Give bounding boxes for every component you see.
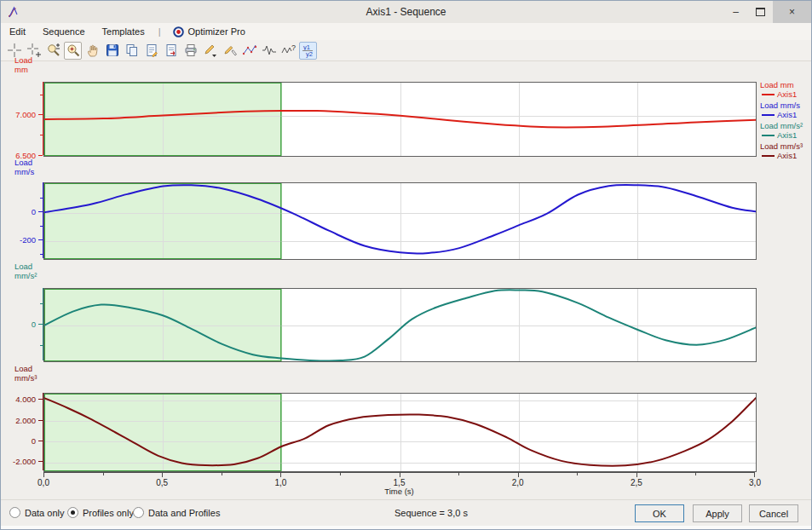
axis-title-line: Load xyxy=(14,364,54,373)
chart-1-y-axis: 0-200 xyxy=(1,182,43,258)
menu-optimizer-pro[interactable]: Optimizer Pro xyxy=(166,25,252,39)
minimize-button[interactable]: – xyxy=(723,1,748,23)
x-tick-minor xyxy=(695,473,696,475)
y-axis-line xyxy=(43,288,43,360)
menu-edit[interactable]: Edit xyxy=(1,25,34,38)
y-tick-minor xyxy=(40,345,43,346)
radio-label: Profiles only xyxy=(83,508,134,518)
menu-bar: Edit Sequence Templates | Optimizer Pro xyxy=(1,23,811,40)
y-tick-label: -200 xyxy=(20,235,36,245)
radio-label: Data and Profiles xyxy=(148,508,220,518)
multi-axis-button[interactable]: y1y2 xyxy=(299,42,317,60)
legend-entry-sub: Axis1 xyxy=(760,130,812,140)
x-tick-label: 2,5 xyxy=(631,478,642,487)
edit-points-button[interactable] xyxy=(221,42,239,60)
draw-pencil-button[interactable] xyxy=(201,42,219,60)
y-tick-minor xyxy=(40,254,43,255)
menu-separator: | xyxy=(153,26,166,37)
sequence-duration-text: Sequence = 3,0 s xyxy=(394,508,468,518)
legend-entry: Load mmAxis1 xyxy=(760,80,812,99)
ok-button[interactable]: OK xyxy=(635,504,684,522)
x-tick-major xyxy=(518,473,519,477)
legend-entry: Load mm/s²Axis1 xyxy=(760,121,812,140)
signal-compact-button[interactable] xyxy=(260,42,278,60)
edit-profile-button[interactable] xyxy=(142,42,160,60)
draw-pencil-icon xyxy=(203,43,218,58)
y-tick-label: 7.000 xyxy=(15,110,36,119)
x-tick-major xyxy=(162,473,163,477)
legend-entry-sub: Axis1 xyxy=(760,89,812,99)
x-tick-label: 2,0 xyxy=(512,478,524,487)
edit-profile-icon xyxy=(144,43,159,58)
svg-text:y2: y2 xyxy=(306,50,313,58)
y-tick-major xyxy=(38,420,43,421)
legend-line-swatch xyxy=(762,135,775,136)
zoom-in-icon xyxy=(66,43,81,58)
x-tick-label: 3,0 xyxy=(749,478,761,487)
title-bar: Axis1 - Sequence – × xyxy=(1,1,811,24)
signal-labels-button[interactable]: ? xyxy=(279,42,297,60)
radio-circle[interactable] xyxy=(9,507,20,518)
y-tick-major xyxy=(38,239,43,240)
axis-title-line: mm/s² xyxy=(14,271,54,280)
y-tick-major xyxy=(38,155,43,156)
chart-3-axis-title: Loadmm/s³ xyxy=(14,364,54,383)
radio-circle[interactable] xyxy=(133,507,144,518)
axis-title-line: mm/s xyxy=(14,167,54,176)
menu-templates[interactable]: Templates xyxy=(94,25,153,38)
x-tick-minor xyxy=(340,473,341,475)
close-button[interactable]: × xyxy=(773,1,811,23)
minimize-icon: – xyxy=(733,6,739,18)
legend-axis-label: Axis1 xyxy=(777,110,797,119)
y-tick-minor xyxy=(40,226,43,227)
signal-compact-icon xyxy=(262,43,277,58)
axis-title-line: mm xyxy=(14,65,54,74)
chart-0-y-axis: 7.0006.500 xyxy=(1,82,43,155)
y-tick-major xyxy=(38,441,43,441)
print-icon xyxy=(183,43,199,58)
x-tick-label: 0,5 xyxy=(156,478,168,487)
maximize-button[interactable] xyxy=(748,1,773,23)
application-window: Axis1 - Sequence – × Edit Sequence Templ… xyxy=(0,0,812,530)
time-axis: 0,00,51,01,52,02,53,0Time (s) xyxy=(43,472,755,496)
copy-button[interactable] xyxy=(123,42,141,60)
zoom-in-button[interactable] xyxy=(64,42,82,60)
cancel-button[interactable]: Cancel xyxy=(749,504,798,522)
show-points-button[interactable] xyxy=(240,42,258,60)
y-tick-minor xyxy=(40,198,43,199)
save-button[interactable] xyxy=(103,42,121,60)
chart-0-plot[interactable] xyxy=(43,82,757,157)
close-icon: × xyxy=(789,6,795,18)
export-document-button[interactable] xyxy=(162,42,180,60)
menu-sequence[interactable]: Sequence xyxy=(34,25,94,38)
pan-hand-icon xyxy=(85,43,101,58)
axis-title-line: Load xyxy=(14,55,54,65)
x-tick-minor xyxy=(577,473,578,475)
radio-profiles-only[interactable]: Profiles only xyxy=(67,507,134,518)
y-tick-minor xyxy=(40,135,43,135)
chart-3-plot[interactable] xyxy=(43,393,757,472)
chart-3-svg xyxy=(44,394,756,471)
radio-circle[interactable] xyxy=(67,507,78,518)
chart-2-plot[interactable] xyxy=(43,288,757,362)
x-tick-label: 0,0 xyxy=(37,478,49,487)
time-axis-title: Time (s) xyxy=(384,487,413,496)
legend-line-swatch xyxy=(762,114,775,116)
chart-2-svg xyxy=(44,289,756,361)
pan-hand-button[interactable] xyxy=(84,42,101,60)
y-tick-minor xyxy=(40,303,43,304)
apply-button[interactable]: Apply xyxy=(693,504,742,522)
axis-title-line: mm/s³ xyxy=(14,373,54,383)
y-axis-line xyxy=(43,182,43,258)
multi-axis-icon: y1y2 xyxy=(301,43,316,58)
radio-data-and-profiles[interactable]: Data and Profiles xyxy=(133,507,220,518)
copy-icon xyxy=(124,43,140,58)
chart-1-plot[interactable] xyxy=(43,182,757,260)
chart-1-svg xyxy=(44,183,756,259)
radio-data-only[interactable]: Data only xyxy=(9,507,64,518)
y-tick-label: 0 xyxy=(32,207,36,216)
x-tick-major xyxy=(280,473,281,477)
y-tick-label: 2.000 xyxy=(15,416,36,425)
print-button[interactable] xyxy=(181,42,199,60)
axis-title-line: Load xyxy=(14,262,54,271)
